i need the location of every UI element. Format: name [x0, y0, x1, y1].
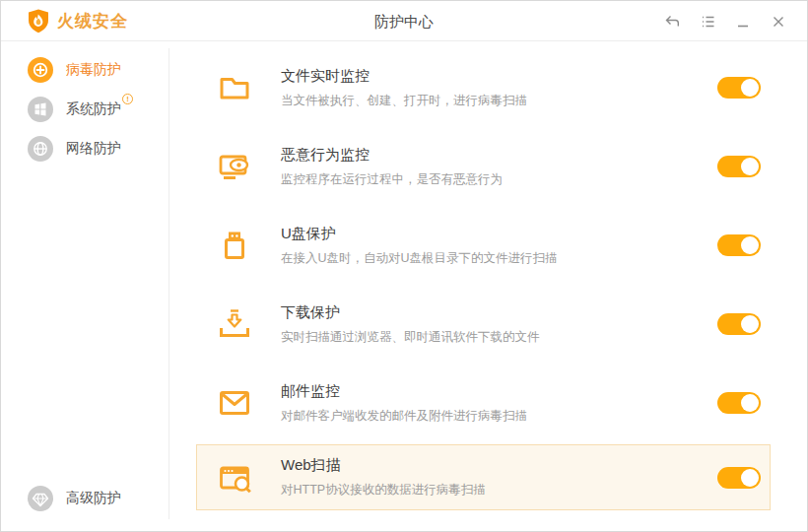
item-title: U盘保护: [281, 225, 717, 243]
list-item-usb-protection[interactable]: U盘保护 在接入U盘时，自动对U盘根目录下的文件进行扫描: [196, 206, 771, 285]
list-item-text: U盘保护 在接入U盘时，自动对U盘根目录下的文件进行扫描: [281, 225, 717, 267]
network-protection-icon: [28, 136, 53, 162]
item-title: 邮件监控: [281, 382, 717, 401]
toggle-mail-monitor[interactable]: [717, 392, 761, 414]
sidebar-item-advanced-protection[interactable]: 高级防护: [28, 486, 121, 511]
toggle-web-scan[interactable]: [717, 467, 761, 489]
minimize-icon[interactable]: [730, 9, 756, 34]
list-item-text: 恶意行为监控 监控程序在运行过程中，是否有恶意行为: [281, 146, 717, 188]
list-item-text: Web扫描 对HTTP协议接收的数据进行病毒扫描: [281, 456, 717, 499]
item-title: Web扫描: [281, 456, 717, 475]
toggle-download-protection[interactable]: [717, 313, 761, 335]
toggle-knob: [741, 394, 759, 412]
download-icon: [217, 306, 252, 342]
toggle-knob: [741, 315, 759, 333]
toggle-knob: [741, 158, 759, 175]
item-description: 在接入U盘时，自动对U盘根目录下的文件进行扫描: [281, 250, 717, 267]
sidebar-item-network-protection[interactable]: 网络防护: [28, 136, 121, 162]
toggle-malicious-behavior-monitor[interactable]: [717, 156, 761, 177]
item-title: 下载保护: [281, 303, 717, 322]
back-icon[interactable]: [659, 9, 685, 34]
virus-protection-icon: [28, 57, 53, 83]
item-title: 恶意行为监控: [281, 146, 717, 165]
list-item-mail-monitor[interactable]: 邮件监控 对邮件客户端收发的邮件及附件进行病毒扫描: [196, 364, 771, 442]
sidebar-item-label: 病毒防护: [66, 61, 121, 79]
list-item-file-realtime-monitor[interactable]: 文件实时监控 当文件被执行、创建、打开时，进行病毒扫描: [196, 48, 771, 127]
list-item-web-scan[interactable]: Web扫描 对HTTP协议接收的数据进行病毒扫描: [196, 444, 771, 510]
sidebar-item-virus-protection[interactable]: 病毒防护: [28, 57, 121, 83]
item-description: 当文件被执行、创建、打开时，进行病毒扫描: [281, 93, 717, 109]
monitor-eye-icon: [217, 149, 252, 184]
system-protection-icon: [28, 97, 53, 122]
toggle-knob: [741, 469, 759, 487]
protection-list: 文件实时监控 当文件被执行、创建、打开时，进行病毒扫描 恶意行为监控 监控程序在…: [196, 48, 771, 510]
usb-drive-icon: [217, 228, 252, 263]
item-title: 文件实时监控: [281, 67, 717, 86]
list-item-malicious-behavior-monitor[interactable]: 恶意行为监控 监控程序在运行过程中，是否有恶意行为: [196, 127, 771, 206]
sidebar-divider: [168, 48, 169, 519]
advanced-protection-icon: [28, 486, 53, 511]
toggle-usb-protection[interactable]: [717, 234, 761, 256]
item-description: 对HTTP协议接收的数据进行病毒扫描: [281, 482, 717, 499]
toggle-file-realtime-monitor[interactable]: [717, 77, 761, 99]
list-menu-icon[interactable]: [695, 9, 720, 34]
item-description: 实时扫描通过浏览器、即时通讯软件下载的文件: [281, 329, 717, 346]
list-item-text: 邮件监控 对邮件客户端收发的邮件及附件进行病毒扫描: [281, 382, 717, 425]
mail-icon: [217, 385, 252, 421]
item-description: 监控程序在运行过程中，是否有恶意行为: [281, 171, 717, 188]
toggle-knob: [741, 236, 759, 254]
list-item-download-protection[interactable]: 下载保护 实时扫描通过浏览器、即时通讯软件下载的文件: [196, 285, 771, 364]
close-icon[interactable]: [766, 9, 791, 34]
titlebar: 火绒安全 防护中心: [1, 1, 807, 41]
window-controls: [659, 1, 791, 41]
sidebar-item-system-protection[interactable]: 系统防护!: [28, 97, 121, 122]
sidebar: 病毒防护 系统防护! 网络防护: [1, 42, 168, 531]
app-window: 火绒安全 防护中心: [0, 0, 808, 532]
list-item-text: 下载保护 实时扫描通过浏览器、即时通讯软件下载的文件: [281, 303, 717, 346]
folder-icon: [217, 70, 252, 105]
sidebar-item-label: 网络防护: [66, 140, 121, 158]
list-item-text: 文件实时监控 当文件被执行、创建、打开时，进行病毒扫描: [281, 67, 717, 109]
web-scan-icon: [217, 460, 252, 496]
alert-badge: !: [122, 94, 133, 104]
sidebar-item-label: 系统防护!: [66, 100, 121, 118]
toggle-knob: [741, 79, 759, 97]
sidebar-item-label: 高级防护: [66, 490, 121, 507]
item-description: 对邮件客户端收发的邮件及附件进行病毒扫描: [281, 408, 717, 425]
